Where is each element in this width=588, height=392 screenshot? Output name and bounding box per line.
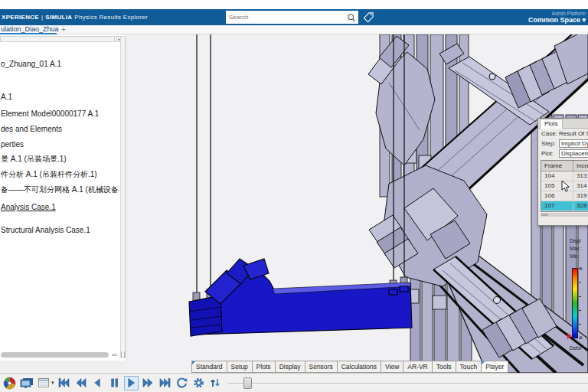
search-icon[interactable] bbox=[347, 13, 356, 22]
cell-increment[interactable]: 313 bbox=[573, 172, 588, 181]
display-icon[interactable] bbox=[19, 376, 34, 390]
tree-item-analysis-case[interactable]: Analysis Case.1 bbox=[1, 203, 56, 211]
tab-player[interactable]: Player bbox=[481, 361, 508, 373]
skip-first-button[interactable] bbox=[57, 376, 71, 390]
tree-item[interactable]: A.1 bbox=[1, 93, 12, 101]
ribbon-tab-strip: Standard Setup Plots Display Sensors Cal… bbox=[192, 361, 508, 373]
tree-vertical-scrollbar[interactable] bbox=[120, 36, 126, 358]
slider-track[interactable] bbox=[228, 383, 588, 384]
tag-icon[interactable] bbox=[363, 11, 374, 26]
plots-panel-tab[interactable]: Plots bbox=[540, 119, 563, 129]
document-tab-bar: ulation_Diao_Zhua + bbox=[0, 25, 588, 34]
search-input[interactable] bbox=[226, 14, 347, 21]
pause-button[interactable] bbox=[107, 376, 122, 390]
legend-min: Min : bbox=[570, 253, 580, 260]
tree-item[interactable]: 景 A.1 (吊装场景.1) bbox=[1, 154, 67, 165]
space-label: Common Space bbox=[528, 16, 580, 24]
legend-footer: Defor bbox=[570, 345, 582, 351]
column-increment[interactable]: Increm bbox=[573, 161, 588, 171]
search-box[interactable] bbox=[226, 11, 358, 24]
case-label: Case: bbox=[541, 130, 559, 137]
displacement-legend: Displ Max : Min : 9. 0 Defor bbox=[568, 236, 588, 357]
tree-item[interactable]: 件分析 A.1 (吊装杆件分析.1) bbox=[1, 169, 97, 180]
cell-frame[interactable]: 107 bbox=[541, 201, 573, 211]
case-value: Result Of Stru bbox=[559, 130, 588, 137]
cell-increment[interactable]: 319 bbox=[573, 191, 588, 201]
browser-strip bbox=[0, 0, 588, 9]
brand-app: SIMULIA bbox=[45, 14, 72, 21]
viewport-3d[interactable] bbox=[126, 34, 588, 373]
legend-title: Displ bbox=[570, 237, 580, 244]
frame-table-header: Frame Increm bbox=[541, 161, 588, 172]
top-bar: XPERIENCE|SIMULIAPhysics Results Explore… bbox=[0, 9, 588, 25]
tab-display[interactable]: Display bbox=[275, 361, 305, 373]
scrollbar-end bbox=[121, 351, 125, 358]
tree-item[interactable]: Structural Analysis Case.1 bbox=[1, 226, 90, 234]
splitter-grip[interactable] bbox=[112, 354, 117, 356]
tab-calculations[interactable]: Calculations bbox=[337, 361, 381, 373]
step-back-button[interactable] bbox=[90, 376, 105, 390]
new-tab-button[interactable]: + bbox=[61, 25, 66, 34]
rewind-button[interactable] bbox=[74, 376, 88, 390]
tree-item[interactable]: 备——不可划分网格 A.1 (机械设备.1) bbox=[1, 185, 119, 195]
mouse-cursor bbox=[561, 181, 570, 193]
compass-icon[interactable] bbox=[2, 376, 17, 390]
colorbar bbox=[572, 268, 578, 338]
brand-role: Physics Results Explorer bbox=[74, 14, 148, 21]
colorbar-tick-min: 0 bbox=[580, 335, 582, 341]
plots-panel-header: Plots bbox=[538, 119, 588, 129]
speed-slider[interactable] bbox=[228, 376, 588, 390]
model-tree-panel: ◂ o_Zhuang_01 A.1 A.1 Element Model00000… bbox=[0, 34, 126, 361]
pin-hole bbox=[489, 74, 495, 80]
cell-frame[interactable]: 104 bbox=[541, 172, 573, 181]
column-frame[interactable]: Frame bbox=[541, 161, 573, 171]
tab-sensors[interactable]: Sensors bbox=[305, 361, 338, 373]
slider-thumb[interactable] bbox=[243, 377, 252, 389]
tree-item[interactable]: Element Model00000177 A.1 bbox=[1, 109, 99, 118]
brand-platform: XPERIENCE bbox=[2, 14, 39, 21]
brand-divider: | bbox=[41, 14, 43, 21]
cell-increment[interactable]: 328 bbox=[573, 201, 588, 211]
step-label: Step: bbox=[541, 140, 559, 147]
tab-touch[interactable]: Touch bbox=[456, 361, 482, 373]
gear-icon[interactable] bbox=[191, 376, 206, 390]
tab-ar-vr[interactable]: AR-VR bbox=[403, 361, 432, 373]
tree-item[interactable]: des and Elements bbox=[1, 125, 62, 133]
tab-view[interactable]: View bbox=[381, 361, 403, 373]
caret-down-icon: ▾ bbox=[582, 16, 586, 24]
tab-plots[interactable]: Plots bbox=[252, 361, 276, 373]
pin-hole bbox=[494, 297, 501, 304]
colorbar-tick-max: 9. bbox=[580, 266, 583, 273]
plot-label: Plot: bbox=[541, 150, 559, 157]
list-icon[interactable] bbox=[36, 376, 51, 390]
caret-down-icon[interactable]: ▾ bbox=[51, 380, 54, 386]
tab-setup[interactable]: Setup bbox=[227, 361, 253, 373]
fast-forward-button[interactable] bbox=[141, 376, 155, 390]
skip-last-button[interactable] bbox=[158, 376, 172, 390]
table-row-selected[interactable]: 107 328 bbox=[541, 201, 588, 211]
plots-panel: Plots Case: Result Of Stru Step: Implici… bbox=[537, 118, 588, 226]
loop-button[interactable] bbox=[175, 376, 189, 390]
scrollbar-thumb[interactable] bbox=[1, 352, 109, 358]
min-marker-icon bbox=[567, 333, 572, 339]
tab-tools[interactable]: Tools bbox=[432, 361, 456, 373]
cell-increment[interactable]: 314 bbox=[573, 181, 588, 191]
tab-standard[interactable]: Standard bbox=[191, 361, 227, 373]
space-selector[interactable]: Admin Platform Common Space ▾ bbox=[528, 10, 586, 24]
tree-item[interactable]: perties bbox=[1, 140, 24, 149]
frame-table-scrollbar[interactable] bbox=[541, 213, 588, 217]
tree-item[interactable]: o_Zhuang_01 A.1 bbox=[1, 60, 61, 68]
plot-dropdown[interactable]: Displacement. bbox=[559, 149, 588, 158]
step-dropdown[interactable]: Implicit Dynam bbox=[559, 139, 588, 148]
swap-arrows-icon[interactable] bbox=[208, 376, 223, 390]
tree-horizontal-scrollbar-bottom[interactable] bbox=[0, 351, 119, 358]
play-button[interactable] bbox=[124, 376, 139, 390]
brand-title: XPERIENCE|SIMULIAPhysics Results Explore… bbox=[2, 14, 148, 21]
player-toolbar: ▾ bbox=[0, 373, 588, 392]
legend-max: Max : bbox=[570, 245, 582, 252]
